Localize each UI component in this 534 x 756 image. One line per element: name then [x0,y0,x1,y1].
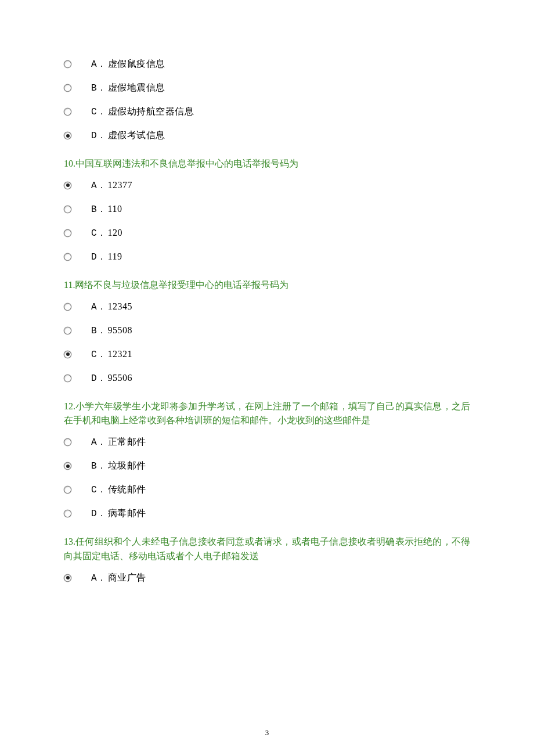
option-label: D．95506 [91,372,132,384]
radio-icon[interactable] [64,60,71,68]
q10-title: 10.中国互联网违法和不良信息举报中心的电话举报号码为 [64,157,470,171]
q9-option-b[interactable]: B．虚假地震信息 [64,82,470,94]
radio-icon[interactable] [64,438,71,446]
q12-option-c[interactable]: C．传统邮件 [64,484,470,496]
q12-option-b[interactable]: B．垃圾邮件 [64,460,470,472]
q10-option-b[interactable]: B．110 [64,203,470,215]
q11-option-a[interactable]: A．12345 [64,301,470,313]
option-label: C．120 [91,227,122,239]
q12-title: 12.小学六年级学生小龙即将参加升学考试，在网上注册了一个邮箱，填写了自己的真实… [64,399,470,429]
option-label: A．12345 [91,301,132,313]
q12-option-d[interactable]: D．病毒邮件 [64,507,470,520]
option-label: B．垃圾邮件 [91,460,146,472]
q11-title: 11.网络不良与垃圾信息举报受理中心的电话举报号码为 [64,278,470,293]
q9-option-d[interactable]: D．虚假考试信息 [64,129,470,142]
q10-option-a[interactable]: A．12377 [64,179,470,192]
q9-option-c[interactable]: C．虚假劫持航空器信息 [64,106,470,118]
radio-icon[interactable] [64,206,71,213]
q11-option-b[interactable]: B．95508 [64,325,470,337]
radio-icon[interactable] [64,182,71,189]
option-label: B．110 [91,203,122,215]
radio-icon[interactable] [64,486,71,494]
radio-icon[interactable] [64,108,71,116]
option-label: C．12321 [91,348,132,361]
radio-icon[interactable] [64,303,71,311]
radio-icon[interactable] [64,375,71,382]
radio-icon[interactable] [64,229,71,237]
option-label: A．商业广告 [91,572,146,584]
q10-option-d[interactable]: D．119 [64,251,470,263]
q13-option-a[interactable]: A．商业广告 [64,572,470,584]
radio-icon[interactable] [64,253,71,261]
q13-title: 13.任何组织和个人未经电子信息接收者同意或者请求，或者电子信息接收者明确表示拒… [64,535,470,564]
radio-icon[interactable] [64,132,71,139]
option-label: A．12377 [91,179,132,192]
option-label: A．虚假鼠疫信息 [91,58,165,70]
option-label: C．传统邮件 [91,484,146,496]
radio-icon[interactable] [64,327,71,334]
radio-icon[interactable] [64,84,71,92]
option-label: D．119 [91,251,122,263]
option-label: B．95508 [91,325,132,337]
radio-icon[interactable] [64,462,71,470]
radio-icon[interactable] [64,351,71,358]
q11-option-c[interactable]: C．12321 [64,348,470,361]
q9-option-a[interactable]: A．虚假鼠疫信息 [64,58,470,70]
q12-option-a[interactable]: A．正常邮件 [64,436,470,448]
radio-icon[interactable] [64,510,71,517]
radio-icon[interactable] [64,574,71,582]
q10-option-c[interactable]: C．120 [64,227,470,239]
page-number: 3 [0,728,534,737]
option-label: C．虚假劫持航空器信息 [91,106,194,118]
q11-option-d[interactable]: D．95506 [64,372,470,384]
quiz-page: A．虚假鼠疫信息 B．虚假地震信息 C．虚假劫持航空器信息 D．虚假考试信息 1… [0,0,534,756]
option-label: D．虚假考试信息 [91,129,165,142]
option-label: B．虚假地震信息 [91,82,165,94]
option-label: D．病毒邮件 [91,507,146,520]
option-label: A．正常邮件 [91,436,146,448]
